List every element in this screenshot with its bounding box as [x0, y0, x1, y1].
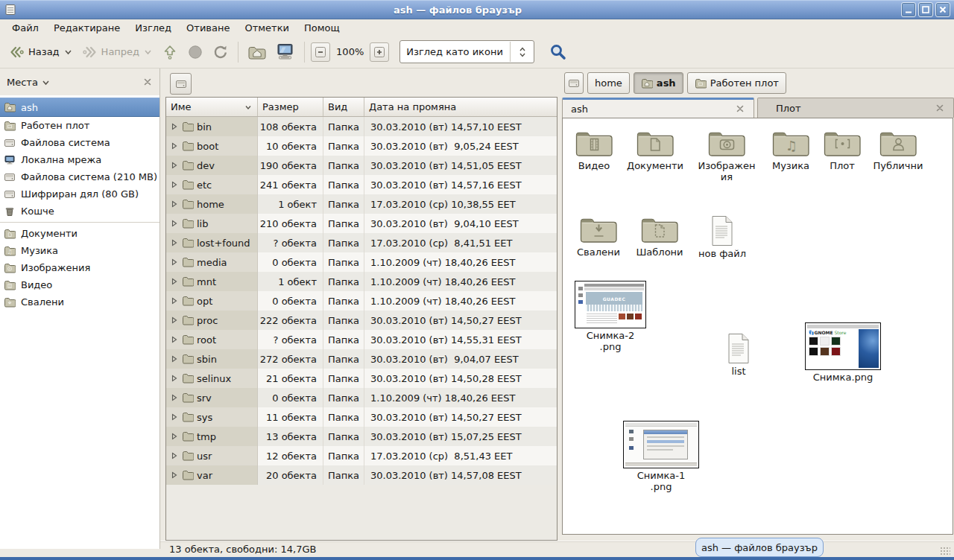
maximize-button[interactable] — [918, 2, 933, 17]
column-header[interactable]: Име — [166, 98, 258, 116]
menu-edit[interactable]: Редактиране — [46, 21, 127, 35]
stop-button[interactable] — [183, 41, 208, 63]
expander-icon[interactable] — [170, 199, 179, 209]
breadcrumb-button[interactable] — [564, 72, 584, 94]
resize-grip[interactable] — [940, 547, 950, 556]
icon-view-item[interactable]: Видео — [563, 129, 625, 172]
sidebar-item[interactable]: Файлова система (210 MB) — [0, 168, 159, 185]
tree-row[interactable]: tmp13 обектаПапка30.03.2010 (вт) 15,07,2… — [166, 427, 557, 446]
icon-view-item[interactable]: Документи — [621, 129, 689, 172]
menu-bookmarks[interactable]: Отметки — [237, 21, 296, 35]
tab[interactable]: Плот — [757, 98, 954, 118]
forward-button[interactable]: Напред — [78, 42, 157, 63]
expander-icon[interactable] — [170, 470, 179, 480]
tree-row[interactable]: sbin272 обектаПапка30.03.2010 (вт) 9,04,… — [166, 349, 557, 369]
tree-row[interactable]: mnt1 обектПапка1.10.2009 (чт) 18,40,26 E… — [166, 272, 557, 291]
breadcrumb-root-button[interactable] — [170, 73, 192, 95]
expander-icon[interactable] — [170, 334, 179, 345]
tree-row[interactable]: media0 обектаПапка1.10.2009 (чт) 18,40,2… — [166, 252, 557, 272]
icon-view-item[interactable]: Публични — [865, 129, 931, 172]
menu-view[interactable]: Изглед — [127, 21, 179, 35]
tree-row[interactable]: selinux21 обектаПапка30.03.2010 (вт) 14,… — [166, 369, 557, 388]
expander-icon[interactable] — [170, 179, 179, 190]
expander-icon[interactable] — [170, 276, 179, 287]
tree-row[interactable]: dev190 обектаПапка30.03.2010 (вт) 14,51,… — [166, 156, 557, 175]
tree-row[interactable]: var20 обектаПапка30.03.2010 (вт) 14,57,0… — [166, 465, 557, 485]
view-mode-select[interactable]: Изглед като икони — [399, 40, 534, 63]
minimize-button[interactable] — [901, 2, 916, 17]
tab[interactable]: ash — [562, 98, 754, 118]
breadcrumb-button[interactable]: Работен плот — [687, 72, 786, 94]
sidebar-item[interactable]: Шифриран дял (80 GB) — [0, 185, 159, 203]
sidebar-item[interactable]: Локална мрежа — [0, 151, 159, 168]
tree-row[interactable]: root? обектаПапка30.03.2010 (вт) 14,55,3… — [166, 330, 557, 349]
breadcrumb-button[interactable]: home — [587, 72, 630, 94]
icon-view-item[interactable]: нов файл — [691, 215, 754, 260]
tree-row[interactable]: proc222 обектаПапка30.03.2010 (вт) 14,50… — [166, 311, 557, 330]
expander-icon[interactable] — [170, 296, 179, 306]
close-sidebar-icon[interactable] — [142, 77, 153, 87]
tree-row[interactable]: bin108 обектаПапка30.03.2010 (вт) 14,57,… — [166, 117, 557, 136]
expander-icon[interactable] — [170, 257, 179, 267]
menu-file[interactable]: Файл — [4, 21, 46, 35]
up-button[interactable] — [157, 41, 183, 63]
sidebar-item[interactable]: Документи — [0, 225, 159, 242]
expander-icon[interactable] — [170, 431, 179, 442]
column-header[interactable]: Вид — [323, 98, 364, 116]
home-button[interactable] — [243, 41, 271, 63]
icon-view-item[interactable]: Изображения — [688, 129, 765, 183]
close-tab-icon[interactable] — [935, 103, 945, 113]
tree-row[interactable]: home1 обектПапка17.03.2010 (ср) 10,38,55… — [166, 194, 557, 214]
sidebar-item[interactable]: Свалени — [0, 293, 159, 311]
sidebar-item[interactable]: Кошче — [0, 203, 159, 220]
tree-row[interactable]: opt0 обектаПапка1.10.2009 (чт) 18,40,26 … — [166, 291, 557, 311]
chevron-down-icon[interactable] — [143, 47, 153, 57]
tree-row[interactable]: lost+found? обектаПапка17.03.2010 (ср) 8… — [166, 233, 557, 252]
expander-icon[interactable] — [170, 315, 179, 325]
icon-view-item[interactable]: Шаблони — [628, 215, 691, 258]
expander-icon[interactable] — [170, 121, 179, 132]
zoom-in-button[interactable] — [370, 42, 389, 62]
expander-icon[interactable] — [170, 141, 179, 151]
tree-row[interactable]: sys11 обектаПапка30.03.2010 (вт) 14,50,2… — [166, 407, 557, 427]
sidebar-item[interactable]: ♫Музика — [0, 242, 159, 259]
chevron-down-icon[interactable] — [41, 77, 51, 87]
icon-view-item[interactable]: list — [707, 333, 770, 378]
back-button[interactable]: Назад — [4, 42, 78, 63]
sidebar-item[interactable]: Работен плот — [0, 117, 159, 134]
sidebar-item[interactable]: Видео — [0, 276, 159, 293]
titlebar[interactable]: ash — файлов браузър — [0, 0, 954, 19]
tree-row[interactable]: usr12 обектаПапка17.03.2010 (ср) 8,51,43… — [166, 446, 557, 465]
search-button[interactable] — [545, 40, 572, 64]
expander-icon[interactable] — [170, 218, 179, 229]
chevron-down-icon[interactable] — [63, 47, 73, 57]
expander-icon[interactable] — [170, 354, 179, 364]
icon-view-item[interactable]: 👣GNOME StoreСнимка.png — [804, 322, 882, 384]
sidebar-item[interactable]: Файлова система — [0, 134, 159, 151]
column-header[interactable]: Размер — [258, 98, 323, 116]
icon-view-item[interactable]: Снимка-1.png — [622, 421, 700, 493]
menu-go[interactable]: Отиване — [179, 21, 237, 35]
expander-icon[interactable] — [170, 160, 179, 171]
expander-icon[interactable] — [170, 412, 179, 422]
icon-view-item[interactable]: ♫Музика — [758, 129, 824, 172]
icon-view-item[interactable]: GUADECСнимка-2.png — [573, 281, 648, 353]
column-header[interactable]: Дата на промяна — [364, 98, 557, 116]
icon-view-item[interactable]: Свалени — [567, 215, 630, 258]
close-tab-icon[interactable] — [735, 104, 745, 114]
places-header-label[interactable]: Места — [7, 77, 38, 88]
reload-button[interactable] — [208, 41, 233, 63]
computer-button[interactable] — [271, 40, 300, 63]
expander-icon[interactable] — [170, 238, 179, 248]
menu-help[interactable]: Помощ — [297, 21, 347, 35]
expander-icon[interactable] — [170, 392, 179, 403]
icon-view-item[interactable]: Плот — [818, 129, 867, 172]
tree-row[interactable]: boot10 обектаПапка30.03.2010 (вт) 9,05,2… — [166, 136, 557, 156]
close-button[interactable] — [935, 2, 950, 17]
breadcrumb-button[interactable]: ash — [634, 72, 683, 94]
expander-icon[interactable] — [170, 451, 179, 461]
zoom-out-button[interactable] — [311, 42, 330, 62]
tree-row[interactable]: srv0 обектаПапка1.10.2009 (чт) 18,40,26 … — [166, 388, 557, 407]
tree-row[interactable]: lib210 обектаПапка30.03.2010 (вт) 9,04,1… — [166, 214, 557, 233]
sidebar-item[interactable]: Изображения — [0, 259, 159, 276]
